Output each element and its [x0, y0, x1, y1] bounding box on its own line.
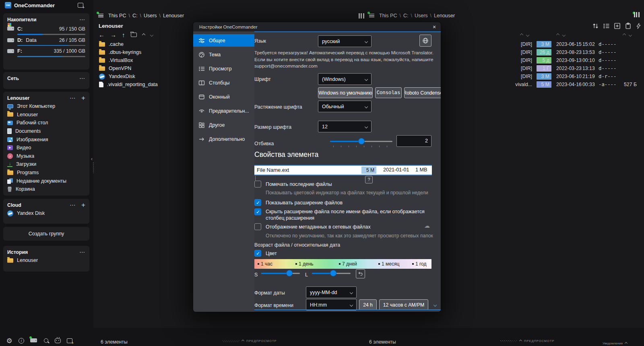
sidebar-item-recent-documents[interactable]: Недавние документы: [7, 177, 85, 185]
translate-button[interactable]: [419, 35, 431, 47]
favorites-menu-button[interactable]: [70, 96, 76, 101]
search-button[interactable]: [42, 337, 51, 344]
notifications-toggle[interactable]: Уведомления: [603, 342, 627, 345]
pane-menu-icon[interactable]: [369, 14, 374, 17]
sort-toggle[interactable]: [520, 34, 529, 36]
drive-row[interactable]: C: 95 / 150 GB: [7, 25, 85, 35]
checkbox-label[interactable]: Скрыть расширение файла после имени файл…: [266, 209, 427, 221]
new-window-button[interactable]: [65, 337, 74, 344]
tab-general[interactable]: Общее: [193, 34, 254, 47]
favorites-add-button[interactable]: [81, 95, 85, 101]
assistant-button[interactable]: [53, 337, 62, 344]
time-format-dropdown[interactable]: HH:mm: [306, 299, 357, 311]
new-folder-icon[interactable]: [614, 23, 621, 29]
sort-toggle[interactable]: [623, 34, 632, 36]
sidebar-item-downloads[interactable]: Загрузки: [7, 160, 85, 169]
date-format-dropdown[interactable]: yyyy-MM-dd: [306, 286, 357, 298]
spacing-slider[interactable]: [330, 138, 392, 145]
back-icon[interactable]: ←: [99, 31, 105, 38]
time-24h-button[interactable]: 24 h: [359, 299, 377, 310]
breadcrumb-segment[interactable]: This PC: [107, 13, 127, 19]
font-stretch-dropdown[interactable]: Обычный: [318, 101, 372, 112]
spacing-value[interactable]: 2: [396, 135, 431, 147]
tab-other[interactable]: Другое: [193, 119, 254, 131]
checkbox-label[interactable]: Показывать расширение файлов: [266, 200, 343, 206]
sidebar-item-music[interactable]: Музыка: [7, 152, 85, 161]
checkbox-mark-recent[interactable]: [254, 181, 261, 187]
font-size-dropdown[interactable]: 12: [318, 121, 372, 132]
expand-icon[interactable]: [150, 33, 153, 36]
pane-menu-icon[interactable]: [98, 14, 103, 17]
saturation-slider[interactable]: [261, 270, 300, 277]
folder-up-icon[interactable]: [131, 33, 137, 37]
help-button[interactable]: ?: [365, 176, 373, 183]
dialog-titlebar[interactable]: Настройки OneCommander: [193, 22, 441, 31]
sidebar-item-lenouser[interactable]: Lenouser: [7, 111, 85, 119]
new-window-icon[interactable]: [78, 3, 83, 8]
font-preset-windows-default[interactable]: Windows по умолчанию: [318, 87, 373, 98]
up-icon[interactable]: ↑: [122, 31, 125, 38]
sidebar-item-this-computer[interactable]: Этот Компьютер: [7, 102, 85, 111]
info-button[interactable]: [17, 337, 26, 344]
sidebar-item-pictures[interactable]: Изображения: [7, 135, 85, 144]
drive-row[interactable]: F: 335 / 1000 GB: [7, 47, 85, 57]
drag-handle[interactable]: [500, 340, 517, 342]
checkbox-label[interactable]: Цвет: [266, 251, 277, 257]
tab-columns[interactable]: Столбцы: [193, 76, 254, 89]
breadcrumb-segment[interactable]: Users: [409, 13, 428, 19]
history-menu-button[interactable]: [80, 250, 85, 255]
checkbox-label[interactable]: Отображение метаданных в сетевых файлах: [266, 224, 371, 231]
checkbox-show-extensions[interactable]: [254, 199, 261, 206]
tab-view[interactable]: Просмотр: [193, 62, 254, 75]
sidebar-item-programs[interactable]: Programs: [7, 169, 85, 177]
checkbox-hide-extension-after-name[interactable]: [254, 208, 261, 215]
tab-theme[interactable]: Тема: [193, 48, 254, 61]
time-12h-button[interactable]: 12 часов с AM/PM: [379, 299, 428, 310]
quick-actions-icon[interactable]: [636, 23, 642, 29]
drive-row[interactable]: D: Data 26 / 105 GB: [7, 37, 85, 46]
left-preview-toggle[interactable]: ПРЕДПРОСМОТР: [223, 339, 277, 343]
drag-handle[interactable]: [223, 340, 239, 342]
language-dropdown[interactable]: русский: [318, 35, 372, 47]
pane-divider[interactable]: [93, 163, 94, 173]
columns-view-icon[interactable]: [359, 13, 365, 19]
checkbox-network-metadata[interactable]: [254, 223, 261, 230]
font-preset-roboto-condensed[interactable]: Roboto Condensed: [404, 87, 441, 98]
sort-icon[interactable]: [592, 23, 599, 29]
checkbox-label[interactable]: Помечать последние файлы: [266, 181, 332, 188]
tab-preview[interactable]: Предварительн...: [193, 105, 254, 117]
breadcrumb-segment[interactable]: This PC: [378, 13, 398, 19]
cloud-add-button[interactable]: [81, 202, 85, 208]
cloud-menu-button[interactable]: [70, 203, 76, 208]
drives-menu-button[interactable]: [80, 17, 85, 22]
sidebar-item-desktop[interactable]: Рабочий стол: [7, 119, 85, 127]
breadcrumb-segment[interactable]: C:: [127, 13, 138, 19]
chart-columns-icon[interactable]: [634, 12, 640, 17]
tab-window[interactable]: Оконный: [193, 91, 254, 103]
font-preset-consolas[interactable]: Consolas: [375, 87, 402, 98]
paste-icon[interactable]: [625, 23, 632, 29]
sidebar-item-recycle-bin[interactable]: Корзина: [7, 185, 85, 194]
font-dropdown[interactable]: (Windows): [318, 73, 372, 85]
details-view-icon[interactable]: [603, 23, 610, 29]
tab-advanced[interactable]: Дополнительно: [193, 133, 254, 145]
history-item-lenouser[interactable]: Lenouser: [7, 256, 85, 265]
sidebar-item-video[interactable]: Видео: [7, 144, 85, 152]
right-preview-toggle[interactable]: ПРЕДПРОСМОТР: [500, 339, 555, 343]
checkbox-color[interactable]: [254, 250, 261, 257]
dialog-close-icon[interactable]: [428, 22, 441, 31]
breadcrumb-segment[interactable]: Lenouser: [429, 13, 456, 19]
sort-toggle[interactable]: [557, 34, 565, 36]
network-menu-button[interactable]: [80, 76, 85, 81]
drives-status-button[interactable]: [29, 337, 38, 344]
pane-collapse-handle[interactable]: ‹: [91, 156, 93, 162]
reset-button[interactable]: [356, 269, 365, 278]
sidebar-item-documents[interactable]: Documents: [7, 127, 85, 136]
settings-button[interactable]: [5, 337, 14, 344]
breadcrumb-segment[interactable]: C:: [398, 13, 409, 19]
forward-icon[interactable]: →: [110, 31, 116, 38]
breadcrumb-segment[interactable]: Users: [138, 13, 157, 19]
sidebar-item-yandex-disk[interactable]: Yandex Disk: [7, 209, 85, 218]
scroll-down-icon[interactable]: [434, 302, 436, 307]
lightness-slider[interactable]: [312, 270, 351, 277]
